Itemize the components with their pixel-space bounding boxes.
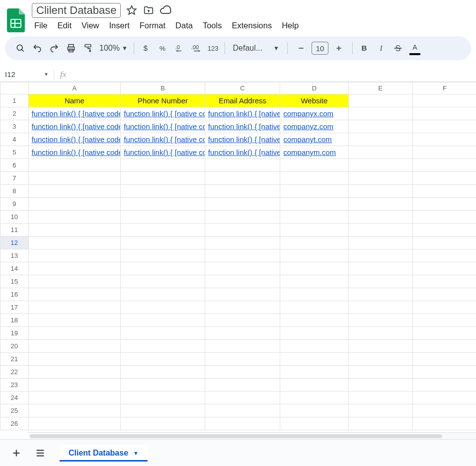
cell[interactable] (280, 379, 348, 391)
cell[interactable]: Name (28, 94, 121, 107)
name-box[interactable]: I12 ▼ (5, 70, 54, 78)
move-folder-icon[interactable] (143, 4, 155, 16)
cell[interactable]: companym.com (280, 146, 348, 159)
hyperlink[interactable]: companyx.com (283, 109, 333, 118)
cell[interactable] (348, 404, 412, 417)
cell[interactable] (348, 391, 412, 404)
cell[interactable] (412, 327, 476, 340)
row-header[interactable]: 16 (0, 288, 29, 301)
cell[interactable] (121, 159, 205, 172)
row-header[interactable]: 20 (0, 340, 29, 353)
cell[interactable] (280, 224, 348, 236)
cell[interactable]: function link() { [native code] } (205, 107, 280, 120)
hyperlink[interactable]: companyt.com (283, 135, 332, 144)
row-header[interactable]: 17 (0, 301, 29, 314)
cell[interactable] (121, 379, 205, 391)
cell[interactable] (412, 198, 476, 211)
cell[interactable] (348, 185, 412, 198)
hyperlink[interactable]: function link() { [native code] } (208, 122, 280, 131)
cell[interactable] (28, 417, 121, 430)
text-color-button[interactable]: A (406, 40, 423, 57)
cell[interactable] (121, 327, 205, 340)
paint-format-button[interactable] (79, 40, 96, 57)
cell[interactable]: function link() { [native code] } (205, 133, 280, 146)
cell[interactable] (121, 211, 205, 224)
row-header[interactable]: 2 (0, 107, 29, 120)
row-header[interactable]: 22 (0, 366, 29, 379)
cell[interactable] (28, 159, 121, 172)
horizontal-scrollbar[interactable] (28, 432, 476, 439)
column-header[interactable]: C (205, 82, 280, 94)
row-header[interactable]: 10 (0, 211, 29, 224)
hyperlink[interactable]: function link() { [native code] } (32, 135, 121, 144)
cell[interactable] (28, 172, 121, 185)
hyperlink[interactable]: companyz.com (283, 122, 333, 131)
cell[interactable] (205, 198, 280, 211)
menu-data[interactable]: Data (171, 19, 197, 32)
cell[interactable]: function link() { [native code] } (121, 120, 205, 133)
hyperlink[interactable]: function link() { [native code] } (32, 109, 121, 118)
cell[interactable] (412, 133, 476, 146)
cell[interactable] (121, 198, 205, 211)
row-header[interactable]: 26 (0, 417, 29, 430)
cell[interactable] (205, 379, 280, 391)
cell[interactable] (205, 353, 280, 366)
row-header[interactable]: 6 (0, 159, 29, 172)
cell[interactable] (121, 172, 205, 185)
cell[interactable] (280, 185, 348, 198)
row-header[interactable]: 9 (0, 198, 29, 211)
search-menus-button[interactable] (12, 40, 29, 57)
cell[interactable] (412, 262, 476, 275)
cell[interactable] (28, 379, 121, 391)
row-header[interactable]: 1 (0, 94, 29, 107)
cell[interactable] (412, 107, 476, 120)
cell[interactable] (412, 314, 476, 327)
cell[interactable] (280, 327, 348, 340)
cell[interactable] (28, 314, 121, 327)
cell[interactable] (205, 417, 280, 430)
zoom-select[interactable]: 100% ▼ (96, 44, 131, 53)
cell[interactable] (412, 417, 476, 430)
cell[interactable]: function link() { [native code] } (28, 120, 121, 133)
row-header[interactable]: 24 (0, 391, 29, 404)
cell[interactable]: function link() { [native code] } (121, 107, 205, 120)
cell[interactable] (412, 224, 476, 236)
cell[interactable] (205, 301, 280, 314)
cell[interactable] (28, 353, 121, 366)
cell[interactable] (121, 224, 205, 236)
cell[interactable] (28, 211, 121, 224)
menu-insert[interactable]: Insert (105, 19, 134, 32)
cell[interactable] (121, 185, 205, 198)
cell[interactable] (205, 185, 280, 198)
cell[interactable]: function link() { [native code] } (28, 133, 121, 146)
row-header[interactable]: 15 (0, 275, 29, 288)
cell[interactable] (280, 314, 348, 327)
cell[interactable] (121, 236, 205, 249)
cell[interactable] (348, 211, 412, 224)
cell[interactable] (121, 288, 205, 301)
column-header[interactable]: E (348, 82, 412, 94)
cell[interactable] (121, 404, 205, 417)
hyperlink[interactable]: function link() { [native code] } (208, 148, 280, 156)
increase-font-size-button[interactable] (330, 40, 347, 57)
cell[interactable] (205, 340, 280, 353)
cell[interactable] (348, 159, 412, 172)
cell[interactable] (205, 288, 280, 301)
cell[interactable] (205, 366, 280, 379)
cell[interactable] (280, 236, 348, 249)
hyperlink[interactable]: function link() { [native code] } (124, 135, 205, 144)
cell[interactable]: companyz.com (280, 120, 348, 133)
menu-help[interactable]: Help (277, 19, 303, 32)
row-header[interactable]: 8 (0, 185, 29, 198)
increase-decimal-button[interactable]: .00 (188, 40, 205, 57)
row-header[interactable]: 23 (0, 379, 29, 391)
cell[interactable] (348, 236, 412, 249)
cell[interactable] (280, 417, 348, 430)
cell[interactable] (280, 391, 348, 404)
hyperlink[interactable]: function link() { [native code] } (208, 135, 280, 144)
cell[interactable]: function link() { [native code] } (121, 146, 205, 159)
hyperlink[interactable]: function link() { [native code] } (32, 122, 121, 131)
column-header[interactable]: B (121, 82, 205, 94)
font-family-select[interactable]: Defaul... ▼ (228, 44, 284, 53)
cell[interactable]: function link() { [native code] } (205, 120, 280, 133)
